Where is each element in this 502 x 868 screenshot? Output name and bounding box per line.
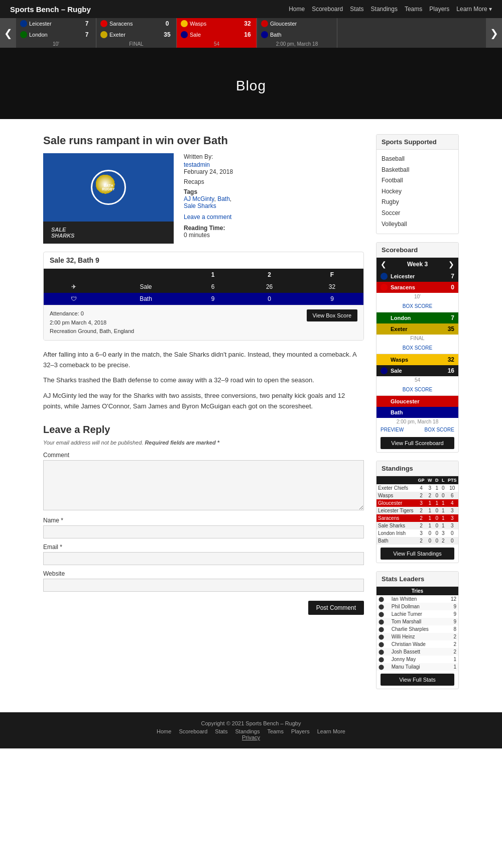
- nav-players[interactable]: Players: [429, 6, 449, 13]
- stats-body: ⬤ Ian Whitten 12 ⬤ Phil Dollman 9 ⬤ Lach…: [376, 595, 458, 671]
- tag-aj-mcginty[interactable]: AJ McGinty: [184, 195, 214, 202]
- sb-team-london: London 7: [376, 312, 458, 323]
- sb-match-3-boxscore-link[interactable]: BOX SCORE: [403, 387, 432, 392]
- footer: Copyright © 2021 Sports Bench – Rugby Ho…: [0, 712, 502, 748]
- leave-comment-link[interactable]: Leave a comment: [184, 213, 233, 221]
- nav-learn-more[interactable]: Learn More ▾: [456, 6, 492, 13]
- standings-title: Standings: [376, 461, 458, 476]
- footer-stats[interactable]: Stats: [215, 728, 227, 734]
- ticker-match-1-away: London 7: [16, 29, 96, 40]
- score-row-bath: 🛡 Bath 9 0 9: [44, 293, 363, 305]
- comment-note: Your email address will not be published…: [43, 440, 364, 446]
- ticker-content: Leicester 7 London 7 10' Saracens 0 Exet…: [16, 18, 486, 48]
- week-prev-btn[interactable]: ❮: [381, 260, 387, 268]
- view-full-stats-btn[interactable]: View Full Stats: [381, 674, 454, 686]
- footer-privacy-link[interactable]: Privacy: [242, 734, 260, 740]
- email-input[interactable]: [43, 552, 364, 565]
- london-dot: [20, 31, 27, 38]
- standings-row: Gloucester 3 1 1 1 4: [376, 499, 458, 507]
- nav-standings[interactable]: Standings: [371, 6, 398, 13]
- reading-time: Reading Time: 0 minutes: [184, 225, 233, 239]
- stats-row: ⬤ Lachie Turner 9: [376, 610, 458, 618]
- footer-home[interactable]: Home: [157, 728, 171, 734]
- article-date: February 24, 2018: [184, 168, 233, 175]
- sb-team-wasps: Wasps 32: [376, 354, 458, 365]
- nav-stats[interactable]: Stats: [350, 6, 363, 13]
- footer-standings[interactable]: Standings: [235, 728, 260, 734]
- article-para-1: After falling into a 6–0 early in the ma…: [43, 350, 364, 371]
- sport-football: Football: [382, 175, 453, 186]
- tag-sale-sharks[interactable]: Sale Sharks: [184, 202, 216, 209]
- gloucester-dot: [261, 20, 268, 27]
- sb-match-1-boxscore: BOX SCORE: [376, 300, 458, 312]
- name-input[interactable]: [43, 525, 364, 538]
- nav-home[interactable]: Home: [289, 6, 305, 13]
- view-box-score-button[interactable]: View Box Score: [307, 309, 357, 321]
- comment-textarea[interactable]: [43, 460, 364, 510]
- article-title: Sale runs rampant in win over Bath: [43, 134, 364, 147]
- view-full-scoreboard-btn[interactable]: View Full Scoreboard: [381, 437, 454, 449]
- standings-row: Bath 2 0 0 2 0: [376, 537, 458, 545]
- nav-teams[interactable]: Teams: [405, 6, 422, 13]
- standings-table: GP W D L PTS Exeter Chiefs 4 3 1 0 10 Wa…: [376, 476, 458, 545]
- view-full-standings-btn[interactable]: View Full Standings: [381, 548, 454, 560]
- hero-title: Blog: [10, 78, 492, 94]
- stats-box: Stats Leaders Tries ⬤ Ian Whitten 12 ⬤ P…: [376, 571, 459, 689]
- sb-match-2-boxscore-link[interactable]: BOX SCORE: [403, 345, 432, 351]
- author-name[interactable]: testadmin: [184, 161, 210, 168]
- exeter-icon: [381, 325, 388, 333]
- ticker-match-1-home: Leicester 7: [16, 18, 96, 29]
- article-meta-row: BATHRUGBY SALESHARKS Written By: testadm…: [43, 153, 364, 244]
- stats-row: ⬤ Josh Bassett 2: [376, 648, 458, 656]
- email-field-group: Email *: [43, 544, 364, 565]
- author-link: testadmin: [184, 161, 233, 168]
- sb-match-4-preview-link[interactable]: PREVIEW: [381, 427, 404, 432]
- sb-match-4-boxscore-link[interactable]: BOX SCORE: [425, 427, 454, 432]
- standings-body: Exeter Chiefs 4 3 1 0 10 Wasps 2 2 0 0 6…: [376, 484, 458, 545]
- ticker-next[interactable]: ❯: [486, 18, 502, 48]
- comment-label: Comment: [43, 452, 364, 459]
- sb-match-1-status: 10': [376, 293, 458, 300]
- sharks-logo-area: SALESHARKS: [43, 222, 174, 244]
- written-by-label: Written By:: [184, 153, 233, 160]
- ticker-match-3: Wasps 32 Sale 16 54: [177, 18, 257, 48]
- footer-players[interactable]: Players: [291, 728, 310, 734]
- week-next-btn[interactable]: ❯: [448, 260, 454, 268]
- top-navigation: Sports Bench – Rugby Home Scoreboard Sta…: [0, 0, 502, 18]
- ticker-prev[interactable]: ❮: [0, 18, 16, 48]
- nav-scoreboard[interactable]: Scoreboard: [312, 6, 343, 13]
- ticker-match-2-home: Saracens 0: [96, 18, 176, 29]
- sport-baseball: Baseball: [382, 154, 453, 165]
- standings-row: Saracens 2 1 0 1 3: [376, 514, 458, 522]
- sb-match-1-boxscore-link[interactable]: BOX SCORE: [403, 303, 432, 309]
- footer-teams[interactable]: Teams: [268, 728, 284, 734]
- sport-volleyball: Volleyball: [382, 219, 453, 230]
- footer-learn-more[interactable]: Learn More: [317, 728, 345, 734]
- sb-match-3-status: 54: [376, 376, 458, 384]
- article-hero-image: BATHRUGBY SALESHARKS: [43, 153, 174, 244]
- tag-bath[interactable]: Bath: [217, 195, 230, 202]
- sharks-text: SALESHARKS: [51, 227, 74, 239]
- ticker-match-1: Leicester 7 London 7 10': [16, 18, 96, 48]
- stats-row: ⬤ Ian Whitten 12: [376, 595, 458, 603]
- saracens-dot: [100, 20, 107, 27]
- scoreboard-box: Scoreboard ❮ Week 3 ❯ Leicester 7 Sarace…: [376, 242, 459, 453]
- article-body: After falling into a 6–0 early in the ma…: [43, 350, 364, 412]
- bath-dot: [261, 31, 268, 38]
- score-table: 1 2 F ✈ Sale 6 26 32 🛡 Bath: [44, 269, 363, 305]
- sports-supported-title: Sports Supported: [376, 135, 458, 150]
- gloucester-icon: [381, 398, 388, 405]
- ticker-match-2: Saracens 0 Exeter 35 FINAL: [96, 18, 177, 48]
- email-label: Email *: [43, 544, 364, 551]
- leicester-dot: [20, 20, 27, 27]
- stats-table: Tries ⬤ Ian Whitten 12 ⬤ Phil Dollman 9 …: [376, 587, 458, 671]
- website-input[interactable]: [43, 579, 364, 592]
- website-field-group: Website: [43, 570, 364, 592]
- sb-match-2-status: FINAL: [376, 335, 458, 342]
- post-comment-button[interactable]: Post Comment: [308, 601, 364, 615]
- bath-logo: BATHRUGBY: [91, 170, 126, 205]
- bath-icon: [381, 409, 388, 416]
- leave-reply-title: Leave a Reply: [43, 424, 364, 436]
- wasps-icon: [381, 356, 388, 363]
- footer-scoreboard[interactable]: Scoreboard: [179, 728, 207, 734]
